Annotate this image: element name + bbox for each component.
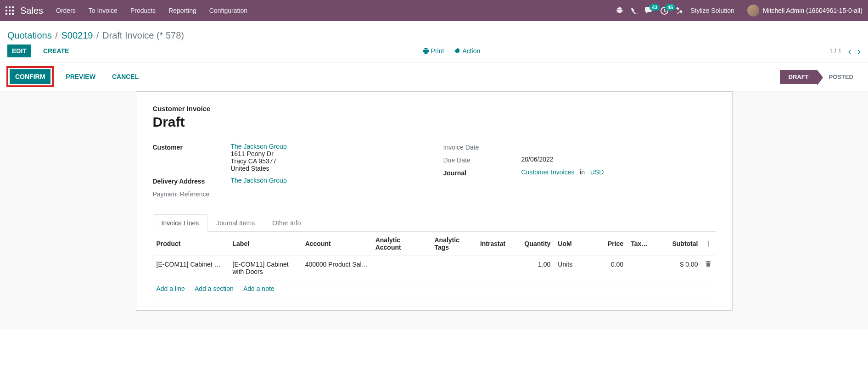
label-invoice-date: Invoice Date bbox=[443, 143, 521, 151]
nav-orders[interactable]: Orders bbox=[56, 7, 76, 14]
add-line-link[interactable]: Add a line bbox=[157, 285, 185, 292]
form-tabs: Invoice Lines Journal Items Other Info bbox=[153, 214, 716, 232]
cell-price: 0.00 bbox=[591, 256, 627, 280]
nav-products[interactable]: Products bbox=[130, 7, 156, 14]
invoice-lines-table: Product Label Account Analytic Account A… bbox=[153, 232, 716, 297]
nav-reporting[interactable]: Reporting bbox=[168, 7, 196, 14]
label-delivery: Delivery Address bbox=[153, 177, 231, 185]
th-intrastat[interactable]: Intrastat bbox=[476, 232, 513, 256]
nav-to-invoice[interactable]: To Invoice bbox=[89, 7, 118, 14]
form-title: Draft bbox=[153, 114, 716, 130]
cell-uom: Units bbox=[554, 256, 590, 280]
th-label[interactable]: Label bbox=[229, 232, 302, 256]
customer-addr3: United States bbox=[231, 165, 425, 172]
breadcrumb-root[interactable]: Quotations bbox=[7, 30, 52, 40]
cell-subtotal: $ 0.00 bbox=[651, 256, 701, 280]
svg-rect-2 bbox=[12, 6, 14, 8]
pager-prev[interactable]: ‹ bbox=[848, 46, 851, 56]
svg-rect-6 bbox=[6, 13, 7, 15]
status-posted[interactable]: POSTED bbox=[817, 70, 862, 84]
svg-rect-0 bbox=[6, 6, 7, 8]
currency-link[interactable]: USD bbox=[590, 168, 604, 176]
nav-configuration[interactable]: Configuration bbox=[209, 7, 247, 14]
messages-icon[interactable]: 43 bbox=[645, 7, 653, 14]
activities-badge: 45 bbox=[665, 4, 675, 11]
form-subtitle: Customer Invoice bbox=[153, 105, 716, 112]
svg-rect-8 bbox=[12, 13, 14, 15]
main-navbar: Sales Orders To Invoice Products Reporti… bbox=[0, 0, 868, 21]
user-name: Mitchell Admin (16604961-15-0-all) bbox=[763, 7, 862, 14]
th-product[interactable]: Product bbox=[153, 232, 229, 256]
columns-menu-icon[interactable]: ⋮ bbox=[705, 240, 711, 247]
label-customer: Customer bbox=[153, 143, 231, 151]
th-taxes[interactable]: Tax… bbox=[627, 232, 651, 256]
cell-product: [E-COM11] Cabinet w… bbox=[157, 261, 225, 268]
tab-invoice-lines[interactable]: Invoice Lines bbox=[153, 214, 208, 232]
edit-button[interactable]: EDIT bbox=[7, 45, 31, 57]
customer-addr2: Tracy CA 95377 bbox=[231, 157, 425, 165]
print-button[interactable]: Print bbox=[423, 47, 444, 55]
journal-link[interactable]: Customer Invoices bbox=[521, 168, 575, 176]
delete-row-icon[interactable] bbox=[705, 261, 711, 267]
control-panel: Quotations / S00219 / Draft Invoice (* 5… bbox=[0, 21, 868, 62]
add-section-link[interactable]: Add a section bbox=[195, 285, 234, 292]
th-uom[interactable]: UoM bbox=[554, 232, 590, 256]
svg-rect-1 bbox=[9, 6, 11, 8]
action-button[interactable]: Action bbox=[454, 47, 480, 55]
svg-rect-4 bbox=[9, 10, 11, 11]
debug-icon[interactable] bbox=[616, 7, 623, 14]
label-due-date: Due Date bbox=[443, 156, 521, 164]
cell-quantity: 1.00 bbox=[513, 256, 554, 280]
tab-other-info[interactable]: Other Info bbox=[263, 214, 309, 232]
delivery-link[interactable]: The Jackson Group bbox=[231, 177, 287, 184]
tab-journal-items[interactable]: Journal Items bbox=[207, 214, 263, 232]
th-analytic-tags[interactable]: Analytic Tags bbox=[431, 232, 476, 256]
svg-rect-7 bbox=[9, 13, 11, 15]
confirm-button[interactable]: CONFIRM bbox=[10, 69, 50, 84]
apps-icon[interactable] bbox=[6, 6, 14, 15]
label-payment-ref: Payment Reference bbox=[153, 190, 231, 198]
print-icon bbox=[423, 48, 429, 54]
avatar bbox=[747, 5, 759, 17]
th-price[interactable]: Price bbox=[591, 232, 627, 256]
preview-button[interactable]: PREVIEW bbox=[61, 70, 100, 83]
user-menu[interactable]: Mitchell Admin (16604961-15-0-all) bbox=[747, 5, 862, 17]
messages-badge: 43 bbox=[650, 4, 660, 11]
phone-icon[interactable] bbox=[631, 7, 638, 14]
gear-icon bbox=[454, 48, 460, 54]
status-chevrons: DRAFT POSTED bbox=[780, 70, 862, 84]
app-brand[interactable]: Sales bbox=[20, 6, 43, 16]
activities-icon[interactable]: 45 bbox=[661, 7, 668, 15]
cell-label: [E-COM11] Cabinet with Doors bbox=[229, 256, 302, 280]
svg-rect-3 bbox=[6, 10, 7, 11]
customer-link[interactable]: The Jackson Group bbox=[231, 143, 287, 150]
breadcrumb-current: Draft Invoice (* 578) bbox=[102, 30, 184, 40]
form-sheet: Customer Invoice Draft Customer The Jack… bbox=[136, 91, 733, 311]
confirm-highlight: CONFIRM bbox=[6, 66, 54, 87]
customer-addr1: 1611 Peony Dr bbox=[231, 150, 425, 157]
th-analytic-account[interactable]: Analytic Account bbox=[372, 232, 431, 256]
pager-next[interactable]: › bbox=[857, 46, 861, 56]
th-quantity[interactable]: Quantity bbox=[513, 232, 554, 256]
add-note-link[interactable]: Add a note bbox=[243, 285, 274, 292]
label-journal: Journal bbox=[443, 168, 521, 177]
status-draft[interactable]: DRAFT bbox=[780, 70, 817, 84]
table-row[interactable]: [E-COM11] Cabinet w… [E-COM11] Cabinet w… bbox=[153, 256, 716, 280]
svg-rect-5 bbox=[12, 10, 14, 11]
statusbar: CONFIRM PREVIEW CANCEL DRAFT POSTED bbox=[0, 62, 868, 91]
cancel-button[interactable]: CANCEL bbox=[107, 70, 143, 83]
create-button[interactable]: CREATE bbox=[39, 45, 74, 57]
company-switcher[interactable]: Stylize Solution bbox=[690, 7, 734, 14]
due-date-value: 20/06/2022 bbox=[521, 156, 716, 163]
pager-text: 1 / 1 bbox=[829, 47, 841, 55]
tools-icon[interactable] bbox=[676, 7, 683, 14]
th-subtotal[interactable]: Subtotal bbox=[651, 232, 701, 256]
breadcrumb: Quotations / S00219 / Draft Invoice (* 5… bbox=[7, 30, 861, 41]
th-account[interactable]: Account bbox=[302, 232, 372, 256]
cell-account: 400000 Product Sal… bbox=[305, 261, 368, 268]
breadcrumb-parent[interactable]: S00219 bbox=[61, 30, 93, 40]
